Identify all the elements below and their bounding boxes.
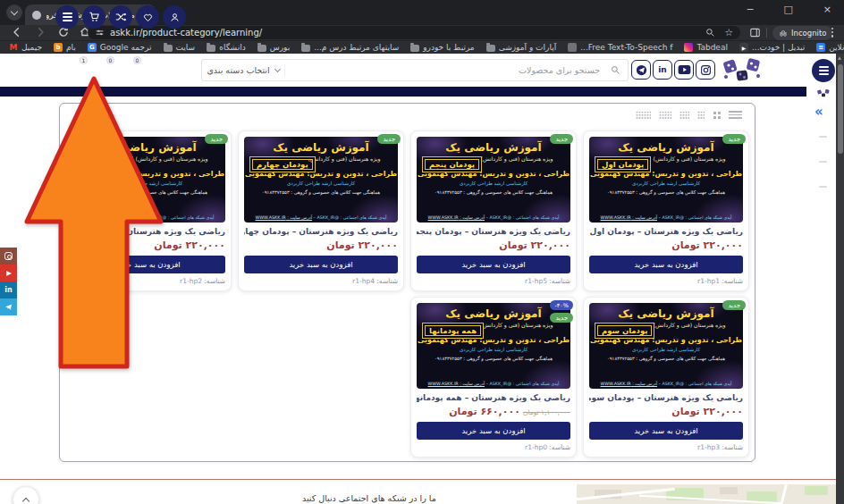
product-card[interactable]: آموزش ریاضی یک پودمان اول ویژه هنرستان (… (583, 130, 749, 291)
product-card[interactable]: آموزش ریاضی یک همه پودمانها ویژه هنرستان… (410, 297, 577, 458)
back-button[interactable] (11, 26, 23, 38)
module-label: پودمان چهارم (249, 156, 316, 172)
bookmark-folder[interactable]: بورس (257, 43, 291, 52)
telegram-icon (4, 302, 13, 312)
incognito-icon (779, 29, 788, 38)
product-card[interactable]: آموزش ریاضی یک پودمان سوم ویژه هنرستان (… (583, 297, 749, 458)
product-card[interactable]: آموزش ریاضی یک پودمان پنجم ویژه هنرستان … (410, 130, 577, 291)
add-to-cart-button[interactable]: افزودن به سبد خرید (589, 422, 743, 440)
pointer-arrow-overlay (18, 73, 170, 373)
new-badge: جدید (550, 134, 573, 144)
side-panel-icon[interactable] (749, 27, 761, 38)
bookmark-item[interactable]: Mجیمیل (9, 43, 42, 52)
youtube-sidebar-button[interactable] (0, 265, 17, 281)
heart-icon (142, 12, 154, 23)
product-price: ۲۲۰,۰۰۰ تومان (244, 239, 398, 251)
grid-6col-icon[interactable] (636, 111, 651, 119)
map-preview[interactable] (577, 484, 836, 504)
browser-menu-icon[interactable] (831, 28, 833, 38)
discount-badge: -۴۰% (550, 300, 573, 310)
bookmark-folder[interactable]: مرتبط با خودرو (410, 43, 474, 52)
module-label: پودمان اول (595, 156, 651, 172)
category-select[interactable]: انتخاب دسته بندی (202, 65, 284, 75)
bookmark-item[interactable]: Free Text-To-Speech f... (568, 43, 672, 52)
instagram-button[interactable] (696, 60, 715, 80)
scrollbar-up-arrow[interactable] (838, 56, 841, 60)
product-image[interactable]: آموزش ریاضی یک پودمان پنجم ویژه هنرستان … (417, 137, 570, 223)
chevron-down-icon (11, 7, 18, 14)
grid-2col-icon[interactable] (713, 111, 721, 119)
folder-icon (486, 45, 495, 52)
youtube-button[interactable] (674, 60, 694, 80)
bookmark-item[interactable]: Gترجمه Google (88, 43, 152, 52)
product-title[interactable]: ریاضی یک ویژه هنرستان – پودمان سوم (در ح… (589, 393, 743, 402)
bookmark-folder[interactable]: سایت (164, 43, 196, 52)
linkedin-sidebar-button[interactable]: in (0, 281, 17, 298)
search-input[interactable] (285, 60, 603, 80)
grid-5col-icon[interactable] (659, 111, 671, 119)
address-bar[interactable]: askk.ir/product-category/learning/ ☆ (88, 26, 740, 39)
grid-4col-icon[interactable] (679, 111, 689, 119)
product-price: ۱,۱۰۰,۰۰۰ تومان۶۶۰,۰۰۰ تومان (417, 406, 570, 417)
site-settings-icon[interactable] (95, 28, 105, 38)
linkedin-button[interactable]: in (653, 60, 672, 80)
forward-button[interactable] (34, 26, 46, 38)
tab-favicon (32, 11, 41, 20)
search-icon[interactable] (603, 65, 628, 75)
new-badge: جدید (722, 134, 746, 144)
list-view-icon[interactable] (729, 111, 742, 119)
account-button[interactable] (163, 5, 186, 29)
youtube-icon (6, 271, 12, 276)
telegram-button[interactable] (631, 60, 651, 80)
folder-icon (164, 45, 173, 52)
bookmark-folder[interactable]: آپارات و آموزشی (486, 43, 557, 52)
bookmark-item[interactable]: Tabdeal (684, 43, 728, 52)
bookmark-item[interactable]: ▶تبدیل | خودت... (739, 43, 805, 52)
bookmark-item[interactable]: ≡موزیک آنلاین (816, 43, 844, 52)
bookmark-folder[interactable]: دانشگاه (207, 43, 245, 52)
site-logo[interactable] (721, 55, 764, 86)
add-to-cart-button[interactable]: افزودن به سبد خرید (244, 256, 398, 273)
add-to-cart-button[interactable]: افزودن به سبد خرید (417, 256, 570, 273)
product-title[interactable]: ریاضی یک ویژه هنرستان – پودمان اول (589, 227, 743, 236)
window-maximize-button[interactable]: □ (778, 2, 798, 17)
bookmark-item[interactable]: bبام (54, 43, 76, 52)
wishlist-button[interactable] (136, 5, 159, 29)
page-scrollbar[interactable] (836, 54, 844, 504)
add-to-cart-button[interactable]: افزودن به سبد خرید (589, 256, 743, 273)
product-search-bar: انتخاب دسته بندی (201, 59, 629, 81)
product-card[interactable]: آموزش ریاضی یک پودمان چهارم ویژه هنرستان… (238, 130, 404, 291)
tab-search-button[interactable] (6, 4, 22, 21)
compare-button[interactable] (109, 5, 132, 29)
zoom-indicator-icon[interactable] (705, 28, 715, 38)
cart-button[interactable] (82, 5, 106, 29)
product-price: ۲۲۰,۰۰۰ تومان (589, 406, 743, 417)
grid-3col-icon[interactable] (697, 111, 705, 119)
product-image[interactable]: آموزش ریاضی یک همه پودمانها ویژه هنرستان… (417, 303, 570, 389)
add-to-cart-button[interactable]: افزودن به سبد خرید (417, 422, 570, 440)
product-title[interactable]: ریاضی یک ویژه هنرستان – پودمان پنجم (در … (417, 227, 570, 236)
product-image[interactable]: آموزش ریاضی یک پودمان سوم ویژه هنرستان (… (589, 303, 743, 389)
scroll-to-top-button[interactable] (13, 486, 39, 504)
window-close-button[interactable]: × (818, 2, 837, 17)
bookmark-star-icon[interactable]: ☆ (724, 28, 733, 38)
product-image[interactable]: آموزش ریاضی یک پودمان اول ویژه هنرستان (… (589, 137, 743, 223)
play-icon: ▶ (739, 43, 748, 52)
telegram-sidebar-button[interactable] (0, 298, 17, 315)
collapse-sidebar-icon[interactable]: « (814, 104, 823, 120)
product-title[interactable]: ریاضی یک ویژه هنرستان – همه پودمانها (در… (417, 393, 570, 402)
product-title[interactable]: ریاضی یک ویژه هنرستان – پودمان چهارم (در… (244, 227, 398, 236)
scrollbar-thumb[interactable] (838, 64, 843, 154)
floating-menu-button[interactable] (812, 59, 835, 82)
telegram-icon (635, 63, 648, 77)
url-text[interactable]: askk.ir/product-category/learning/ (110, 26, 700, 39)
menu-button[interactable] (55, 5, 79, 29)
gmail-icon: M (9, 43, 18, 52)
product-sku: شناسه: r1-hp4 (244, 277, 398, 285)
window-minimize-button[interactable]: ─ (742, 2, 759, 17)
product-price: ۲۲۰,۰۰۰ تومان (589, 239, 743, 251)
instagram-sidebar-button[interactable] (0, 248, 17, 265)
bookmark-folder[interactable]: سایتهای مرتبط درس م... (301, 43, 399, 52)
youtube-icon (678, 64, 691, 75)
product-image[interactable]: آموزش ریاضی یک پودمان چهارم ویژه هنرستان… (244, 137, 398, 223)
